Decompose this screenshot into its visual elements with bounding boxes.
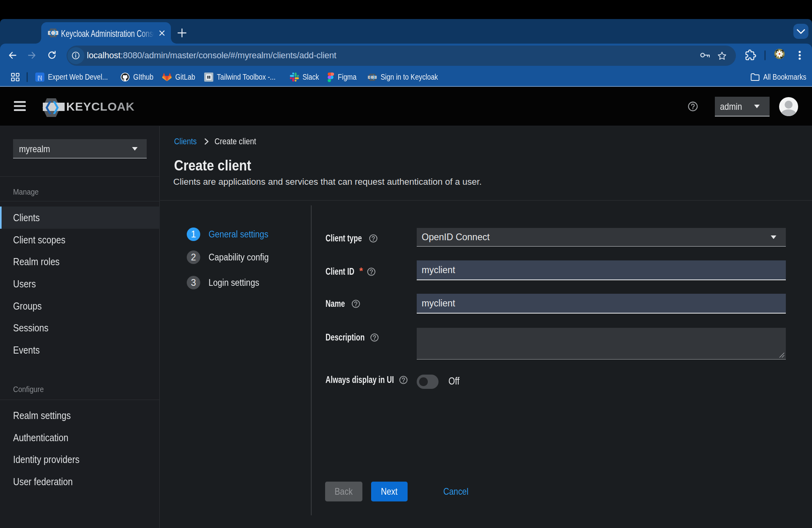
svg-text:[\]: [\] bbox=[38, 75, 42, 80]
